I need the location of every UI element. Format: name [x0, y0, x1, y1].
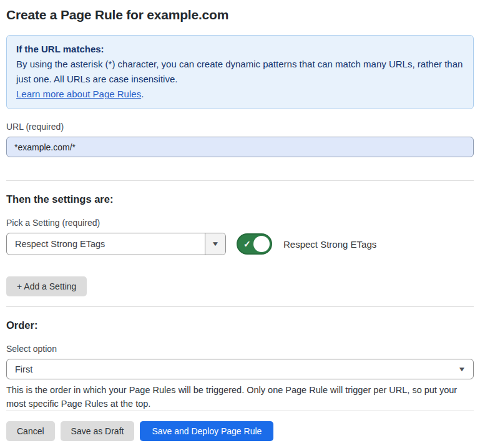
- setting-select[interactable]: Respect Strong ETags ▼: [6, 233, 226, 255]
- learn-more-page-rules-link[interactable]: Learn more about Page Rules: [16, 89, 141, 99]
- order-section-heading: Order:: [6, 319, 474, 331]
- divider-after-settings: [6, 306, 474, 307]
- check-icon: ✓: [243, 240, 251, 248]
- settings-section-heading: Then the settings are:: [6, 193, 474, 205]
- url-field-label: URL (required): [6, 122, 474, 132]
- setting-select-arrow-button[interactable]: ▼: [205, 233, 225, 255]
- order-select-value: First: [15, 364, 32, 374]
- divider-before-footer: [6, 411, 474, 411]
- pick-setting-label: Pick a Setting (required): [6, 218, 474, 228]
- setting-toggle-group: ✓ Respect Strong ETags: [237, 233, 376, 255]
- setting-select-value: Respect Strong ETags: [7, 239, 105, 249]
- footer-actions: Cancel Save as Draft Save and Deploy Pag…: [6, 421, 474, 441]
- url-match-info-box: If the URL matches: By using the asteris…: [6, 35, 474, 109]
- toggle-knob: [253, 236, 270, 252]
- create-page-rule-form: Create a Page Rule for example.com If th…: [0, 0, 480, 441]
- toggle-label: Respect Strong ETags: [283, 239, 376, 250]
- order-select[interactable]: First ▼: [6, 359, 474, 379]
- order-select-label: Select option: [6, 344, 474, 354]
- info-box-body: By using the asterisk (*) character, you…: [16, 57, 464, 87]
- save-as-draft-button[interactable]: Save as Draft: [61, 421, 135, 441]
- page-title: Create a Page Rule for example.com: [6, 7, 474, 22]
- info-box-link-line: Learn more about Page Rules.: [16, 87, 464, 102]
- respect-strong-etags-toggle[interactable]: ✓: [237, 233, 272, 255]
- info-box-heading: If the URL matches:: [16, 42, 464, 57]
- cancel-button[interactable]: Cancel: [6, 421, 55, 441]
- add-setting-button[interactable]: + Add a Setting: [6, 276, 87, 296]
- save-and-deploy-button[interactable]: Save and Deploy Page Rule: [140, 421, 273, 441]
- url-input[interactable]: [6, 137, 474, 157]
- setting-row: Respect Strong ETags ▼ ✓ Respect Strong …: [6, 233, 474, 255]
- chevron-down-icon: ▼: [211, 241, 219, 247]
- chevron-down-icon: ▼: [458, 366, 466, 373]
- divider-after-url: [6, 180, 474, 181]
- order-help-text: This is the order in which your Page Rul…: [6, 383, 474, 411]
- link-suffix-period: .: [141, 89, 144, 99]
